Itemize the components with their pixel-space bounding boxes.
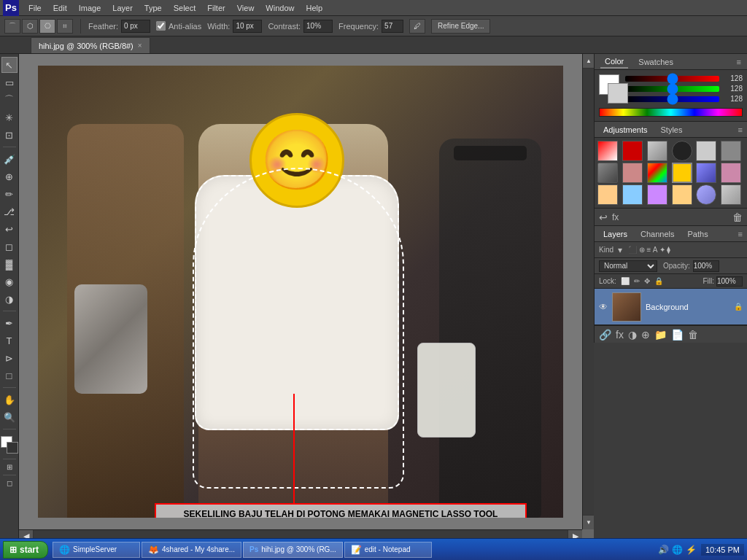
lock-all-icon[interactable]: 🔒: [654, 277, 663, 285]
blur-tool[interactable]: ◉: [1, 273, 18, 289]
menu-window[interactable]: Window: [260, 2, 299, 14]
crop-tool[interactable]: ⊡: [1, 127, 18, 143]
poly-lasso-icon[interactable]: ⬡: [22, 19, 38, 34]
lasso-tool[interactable]: ⌒: [1, 92, 18, 108]
pen-tool[interactable]: ✒: [1, 315, 18, 331]
menu-file[interactable]: File: [23, 2, 47, 14]
style-12[interactable]: [721, 163, 741, 183]
color-spectrum[interactable]: [599, 108, 743, 117]
mag-lasso-icon[interactable]: ⎔: [39, 19, 55, 34]
fg-bg-swatch[interactable]: [599, 74, 603, 104]
opacity-input[interactable]: [693, 260, 719, 272]
zoom-tool[interactable]: 🔍: [1, 409, 18, 425]
screen-mode-tool[interactable]: ◻: [1, 479, 18, 487]
canvas-area[interactable]: SEKELILING BAJU TELAH DI POTONG MEMAKAI …: [19, 54, 594, 541]
link-layers-icon[interactable]: 🔗: [599, 329, 611, 341]
adj-delete-icon[interactable]: 🗑: [732, 211, 743, 223]
style-1[interactable]: [597, 141, 618, 161]
start-button[interactable]: ⊞ start: [3, 541, 48, 559]
style-9[interactable]: [647, 163, 667, 183]
lasso-tool-icon[interactable]: ⌒: [4, 19, 20, 34]
frequency-input[interactable]: [382, 20, 403, 33]
extra-lasso-icon[interactable]: ⌗: [57, 19, 73, 34]
menu-help[interactable]: Help: [301, 2, 328, 14]
channels-tab[interactable]: Channels: [636, 228, 678, 240]
scrollbar-vertical[interactable]: ▲ ▼: [582, 54, 594, 529]
background-layer-row[interactable]: 👁 Background 🔒: [595, 289, 747, 325]
style-18[interactable]: [721, 184, 741, 205]
style-3[interactable]: [647, 141, 667, 161]
antialias-checkbox[interactable]: [156, 21, 166, 31]
blend-mode-select[interactable]: Normal: [599, 260, 657, 272]
background-swatch[interactable]: [608, 83, 628, 104]
adj-undo-icon[interactable]: ↩: [599, 211, 608, 223]
g-slider[interactable]: [625, 86, 719, 92]
style-17[interactable]: [696, 184, 716, 205]
adj-panel-menu-icon[interactable]: ≡: [738, 125, 743, 134]
add-mask-icon[interactable]: ◑: [628, 329, 637, 341]
swatches-tab[interactable]: Swatches: [634, 56, 678, 68]
style-4[interactable]: [672, 141, 692, 161]
document-tab[interactable]: hihi.jpg @ 300% (RGB/8#) ×: [31, 37, 150, 53]
text-tool[interactable]: T: [1, 332, 18, 349]
tab-close-icon[interactable]: ×: [138, 42, 142, 50]
taskbar-photoshop[interactable]: Ps hihi.jpg @ 300% (RG...: [243, 542, 343, 558]
fill-input[interactable]: [716, 276, 743, 287]
style-2[interactable]: [622, 141, 643, 161]
style-16[interactable]: [672, 184, 692, 205]
tray-icon-2[interactable]: 🌐: [672, 545, 683, 555]
path-select-tool[interactable]: ⊳: [1, 350, 18, 366]
style-13[interactable]: [597, 184, 618, 205]
color-panel-menu-icon[interactable]: ≡: [737, 58, 741, 66]
feather-input[interactable]: [121, 20, 150, 33]
add-style-icon[interactable]: fx: [616, 329, 624, 341]
style-6[interactable]: [721, 141, 741, 161]
menu-type[interactable]: Type: [139, 2, 167, 14]
tray-icon-1[interactable]: 🔊: [658, 545, 669, 555]
style-14[interactable]: [622, 184, 643, 205]
quick-mask-tool[interactable]: ⊞: [1, 463, 18, 471]
style-7[interactable]: [597, 163, 618, 183]
style-8[interactable]: [622, 163, 643, 183]
contrast-input[interactable]: [303, 20, 333, 33]
styles-tab[interactable]: Styles: [657, 124, 687, 136]
dodge-tool[interactable]: ◑: [1, 291, 18, 307]
r-slider[interactable]: [625, 76, 719, 82]
color-tab[interactable]: Color: [600, 55, 628, 69]
gradient-tool[interactable]: ▓: [1, 256, 18, 272]
delete-layer-icon[interactable]: 🗑: [688, 329, 698, 341]
menu-filter[interactable]: Filter: [202, 2, 230, 14]
style-11[interactable]: [696, 163, 716, 183]
stylus-icon[interactable]: 🖊: [409, 19, 425, 34]
layer-visibility-icon[interactable]: 👁: [599, 302, 608, 312]
menu-select[interactable]: Select: [169, 2, 201, 14]
hand-tool[interactable]: ✋: [1, 392, 18, 408]
select-rect-tool[interactable]: ▭: [1, 74, 18, 90]
brush-tool[interactable]: ✏: [1, 186, 18, 202]
tray-icon-3[interactable]: ⚡: [686, 545, 697, 555]
style-10[interactable]: [672, 163, 692, 183]
taskbar-4shared[interactable]: 🦊 4shared - My 4share...: [142, 542, 241, 558]
kind-dropdown-icon[interactable]: ▾: [618, 245, 622, 255]
taskbar-notepad[interactable]: 📝 edit - Notepad: [344, 542, 432, 558]
lock-image-icon[interactable]: ✏: [634, 277, 640, 285]
taskbar-simpleserver[interactable]: 🌐 SimpleServer: [53, 542, 140, 558]
lock-position-icon[interactable]: ✥: [644, 277, 650, 285]
b-slider[interactable]: [625, 96, 719, 102]
history-tool[interactable]: ↩: [1, 221, 18, 237]
magic-wand-tool[interactable]: ✳: [1, 109, 18, 125]
style-5[interactable]: [696, 141, 716, 161]
refine-edge-button[interactable]: Refine Edge...: [431, 19, 490, 34]
eraser-tool[interactable]: ◻: [1, 238, 18, 254]
menu-view[interactable]: View: [232, 2, 260, 14]
menu-image[interactable]: Image: [74, 2, 107, 14]
menu-layer[interactable]: Layer: [107, 2, 138, 14]
new-layer-icon[interactable]: 📄: [671, 329, 684, 341]
clone-tool[interactable]: ⎇: [1, 203, 18, 219]
fg-bg-colors[interactable]: [1, 436, 18, 455]
layers-tab[interactable]: Layers: [599, 228, 632, 240]
adj-fx-icon[interactable]: fx: [612, 212, 619, 222]
lock-transparent-icon[interactable]: ⬜: [621, 277, 630, 285]
eyedropper-tool[interactable]: 💉: [1, 151, 18, 167]
new-group-icon[interactable]: 📁: [654, 329, 667, 341]
